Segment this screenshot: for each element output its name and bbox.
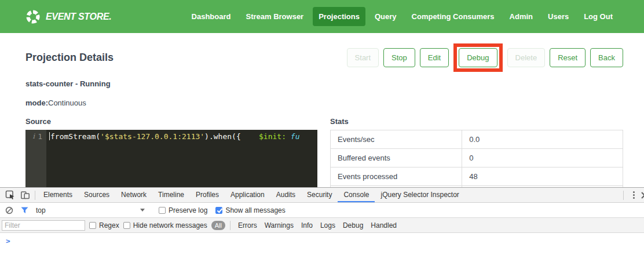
main-content: Projection Details StartStopEditDebugDel… [0, 33, 644, 187]
console-output[interactable]: > [0, 233, 644, 254]
nav-item-log-out[interactable]: Log Out [578, 7, 619, 26]
projection-status: stats-counter - Running [25, 79, 623, 88]
all-levels-badge[interactable]: All [211, 221, 225, 230]
code-editor[interactable]: i 1 fromStream('$stats-127.0.0.1:2113').… [25, 130, 317, 187]
stats-section: Stats Events/sec0.0Buffered events0Event… [330, 117, 623, 187]
stats-row: Events processed48 [331, 167, 623, 186]
nav-item-stream-browser[interactable]: Stream Browser [240, 7, 309, 26]
stats-row: Events/sec0.0 [331, 130, 623, 149]
context-selector-value: top [36, 206, 46, 214]
level-filter-handled[interactable]: Handled [368, 221, 400, 230]
code-line: fromStream('$stats-127.0.0.1:2113').when… [46, 130, 317, 187]
code-token: $init: [259, 132, 286, 141]
stats-row: Buffered events0 [331, 149, 623, 167]
dropdown-arrow-icon [140, 209, 145, 212]
stat-label: Events processed [331, 167, 462, 186]
text-caret [49, 132, 50, 140]
event-store-logo[interactable]: EVENT STORE. [25, 9, 111, 24]
mode-label: mode: [25, 99, 48, 107]
code-token [286, 132, 291, 141]
nav-item-projections[interactable]: Projections [313, 7, 365, 26]
devtools-tabs: ElementsSourcesNetworkTimelineProfilesAp… [38, 188, 465, 202]
console-filter-funnel-icon[interactable] [19, 203, 30, 218]
devtools-panel: ElementsSourcesNetworkTimelineProfilesAp… [0, 187, 644, 255]
main-nav: DashboardStream BrowserProjectionsQueryC… [186, 7, 619, 26]
stats-table-body: Events/sec0.0Buffered events0Events proc… [331, 130, 623, 188]
editor-gutter: i 1 [25, 130, 46, 187]
console-prompt-chevron-icon[interactable]: > [0, 234, 10, 245]
debug-button[interactable]: Debug [459, 48, 497, 67]
devtools-tab-sources[interactable]: Sources [78, 188, 115, 202]
stat-value: 48 [462, 167, 623, 186]
regex-label[interactable]: Regex [99, 221, 119, 230]
preserve-log-checkbox[interactable] [159, 207, 166, 214]
nav-item-dashboard[interactable]: Dashboard [186, 7, 237, 26]
source-heading: Source [25, 117, 317, 126]
top-nav-bar: EVENT STORE. DashboardStream BrowserProj… [0, 0, 644, 33]
clear-console-icon[interactable] [3, 203, 15, 218]
code-token: fromStream( [50, 132, 100, 141]
devtools-tab-audits[interactable]: Audits [270, 188, 301, 202]
nav-item-admin[interactable]: Admin [504, 7, 539, 26]
devtools-tab-application[interactable]: Application [225, 188, 270, 202]
back-button[interactable]: Back [590, 48, 623, 67]
start-button[interactable]: Start [347, 48, 379, 67]
show-all-messages-checkbox[interactable] [215, 207, 222, 214]
stat-label: Events/sec [331, 130, 462, 149]
devtools-tab-timeline[interactable]: Timeline [152, 188, 190, 202]
mode-value: Continuous [48, 99, 86, 107]
logo-text: EVENT STORE. [46, 12, 111, 22]
event-store-logo-icon [25, 9, 41, 24]
filter-separator [230, 221, 230, 230]
gutter-annotation-icon: i [32, 132, 35, 187]
toolbar-separator [35, 191, 35, 200]
device-toolbar-icon[interactable] [17, 188, 32, 203]
console-filter-bar: Regex Hide network messages All ErrorsWa… [0, 218, 644, 233]
execution-context-selector[interactable]: top [34, 206, 147, 214]
nav-item-competing-consumers[interactable]: Competing Consumers [406, 7, 500, 26]
devtools-tab-profiles[interactable]: Profiles [190, 188, 225, 202]
mode-line: mode:Continuous [25, 99, 623, 107]
stat-label: Buffered events [331, 149, 462, 167]
stats-heading: Stats [330, 117, 623, 126]
page-title: Projection Details [25, 52, 114, 64]
level-filter-errors[interactable]: Errors [235, 221, 260, 230]
regex-checkbox[interactable] [89, 222, 96, 229]
line-number: 1 [38, 132, 42, 187]
level-filter-warnings[interactable]: Warnings [262, 221, 297, 230]
hide-network-messages-label[interactable]: Hide network messages [133, 221, 207, 230]
nav-item-users[interactable]: Users [542, 7, 575, 26]
edit-button[interactable]: Edit [420, 48, 449, 67]
stats-table: Events/sec0.0Buffered events0Events proc… [330, 130, 623, 187]
debug-highlight-annotation: Debug [453, 43, 502, 72]
devtools-tab-jquery-selector-inspector[interactable]: jQuery Selector Inspector [375, 188, 464, 202]
kebab-menu-icon[interactable] [626, 188, 641, 203]
devtools-tab-bar: ElementsSourcesNetworkTimelineProfilesAp… [0, 188, 644, 203]
level-filter-debug[interactable]: Debug [340, 221, 366, 230]
code-token: ).when({ [204, 132, 259, 141]
preserve-log-label[interactable]: Preserve log [169, 206, 207, 214]
action-buttons: StartStopEditDebugDeleteResetBack [347, 43, 623, 72]
stat-value: 0 [462, 149, 623, 167]
close-devtools-icon[interactable] [641, 192, 644, 199]
code-token: '$stats-127.0.0.1:2113' [100, 132, 204, 141]
filter-input[interactable] [2, 220, 85, 231]
code-token: fu [291, 132, 300, 141]
show-all-messages-label[interactable]: Show all messages [225, 206, 285, 214]
stat-value: 0.0 [462, 130, 623, 149]
console-toolbar: top Preserve log Show all messages [0, 203, 644, 218]
stats-table-wrap: Events/sec0.0Buffered events0Events proc… [330, 130, 623, 187]
inspect-element-icon[interactable] [2, 188, 17, 203]
stop-button[interactable]: Stop [383, 48, 415, 67]
devtools-tab-elements[interactable]: Elements [38, 188, 78, 202]
reset-button[interactable]: Reset [550, 48, 586, 67]
title-row: Projection Details StartStopEditDebugDel… [25, 43, 623, 72]
level-filter-info[interactable]: Info [298, 221, 316, 230]
level-filter-logs[interactable]: Logs [317, 221, 338, 230]
devtools-tab-console[interactable]: Console [338, 188, 375, 202]
devtools-tab-security[interactable]: Security [301, 188, 338, 202]
delete-button[interactable]: Delete [507, 48, 546, 67]
hide-network-messages-checkbox[interactable] [123, 222, 130, 229]
devtools-tab-network[interactable]: Network [115, 188, 152, 202]
nav-item-query[interactable]: Query [369, 7, 402, 26]
